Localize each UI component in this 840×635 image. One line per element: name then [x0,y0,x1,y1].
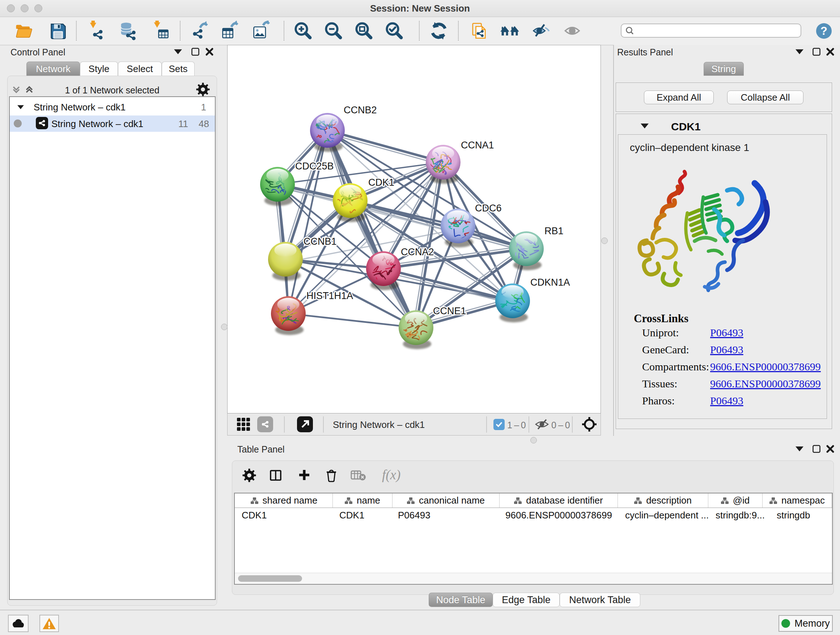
svg-text:CDK1: CDK1 [368,177,394,188]
svg-text:CCNB1: CCNB1 [303,236,337,247]
svg-text:CCNA2: CCNA2 [401,247,434,257]
svg-text:CCNB2: CCNB2 [344,105,377,116]
svg-text:RB1: RB1 [545,226,564,236]
svg-text:CCNA1: CCNA1 [461,140,494,150]
svg-text:CDC25B: CDC25B [295,161,334,172]
svg-text:CDC6: CDC6 [475,203,502,214]
svg-text:CCNE1: CCNE1 [433,306,466,317]
svg-text:CDKN1A: CDKN1A [531,277,570,288]
svg-text:HIST1H1A: HIST1H1A [306,290,353,301]
